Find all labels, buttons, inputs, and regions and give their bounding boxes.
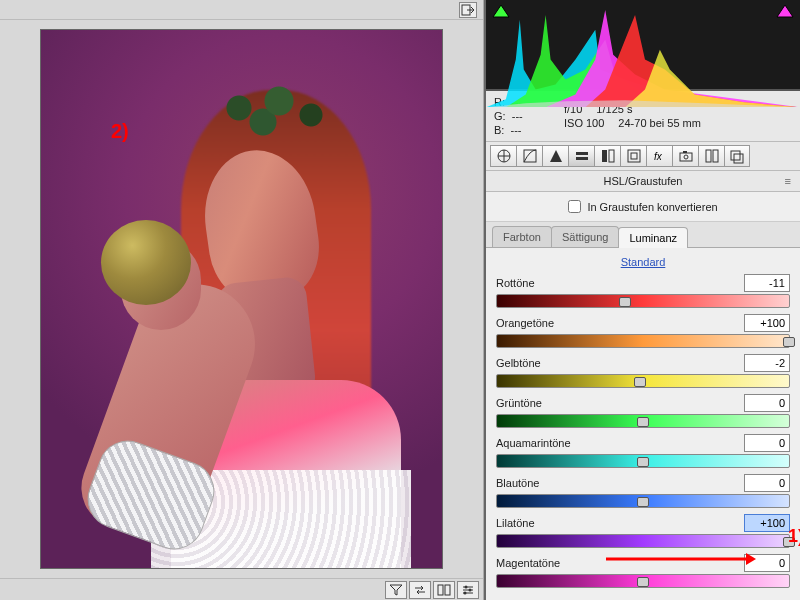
svg-rect-21 bbox=[706, 150, 711, 162]
slider-greens: Grüntöne bbox=[496, 394, 790, 428]
swap-icon[interactable] bbox=[409, 581, 431, 599]
slider-value-input[interactable] bbox=[744, 434, 790, 452]
presets-icon[interactable] bbox=[698, 145, 724, 167]
sliders-group: Standard RottöneOrangetöneGelbtöneGrüntö… bbox=[486, 248, 800, 600]
svg-rect-12 bbox=[576, 157, 588, 160]
svg-rect-20 bbox=[683, 151, 687, 153]
histogram[interactable] bbox=[486, 0, 800, 91]
svg-rect-2 bbox=[445, 585, 450, 595]
snapshots-icon[interactable] bbox=[724, 145, 750, 167]
slider-track[interactable] bbox=[496, 374, 790, 388]
iso-value: ISO 100 bbox=[564, 117, 604, 129]
slider-track[interactable] bbox=[496, 334, 790, 348]
slider-yellows: Gelbtöne bbox=[496, 354, 790, 388]
slider-track[interactable] bbox=[496, 414, 790, 428]
slider-label: Orangetöne bbox=[496, 317, 554, 329]
svg-rect-13 bbox=[602, 150, 607, 162]
slider-thumb[interactable] bbox=[619, 297, 631, 307]
svg-marker-10 bbox=[550, 150, 562, 162]
svg-rect-18 bbox=[680, 153, 692, 161]
panel-toolbar: fx bbox=[486, 142, 800, 171]
svg-rect-15 bbox=[628, 150, 640, 162]
basic-icon[interactable] bbox=[490, 145, 516, 167]
svg-rect-24 bbox=[734, 154, 743, 163]
slider-thumb[interactable] bbox=[637, 457, 649, 467]
slider-value-input[interactable] bbox=[744, 514, 790, 532]
svg-rect-9 bbox=[524, 150, 536, 162]
svg-marker-7 bbox=[777, 5, 793, 17]
slider-value-input[interactable] bbox=[744, 314, 790, 332]
highlight-clip-icon[interactable] bbox=[776, 4, 794, 18]
slider-blues: Blautöne bbox=[496, 474, 790, 508]
side-panel: R: --- G: --- B: --- f/101/125 s ISO 100… bbox=[484, 0, 800, 600]
slider-label: Magentatöne bbox=[496, 557, 560, 569]
panel-menu-icon[interactable]: ≡ bbox=[785, 175, 792, 187]
grayscale-checkbox[interactable]: In Graustufen konvertieren bbox=[568, 200, 717, 213]
tab-hue[interactable]: Farbton bbox=[492, 226, 552, 247]
slider-label: Blautöne bbox=[496, 477, 539, 489]
shadow-clip-icon[interactable] bbox=[492, 4, 510, 18]
adjust-icon[interactable] bbox=[457, 581, 479, 599]
image-preview[interactable]: 2) bbox=[40, 29, 443, 569]
slider-value-input[interactable] bbox=[744, 394, 790, 412]
detail-icon[interactable] bbox=[542, 145, 568, 167]
slider-label: Grüntöne bbox=[496, 397, 542, 409]
slider-thumb[interactable] bbox=[783, 337, 795, 347]
annotation-2: 2) bbox=[111, 120, 129, 143]
compare-icon[interactable] bbox=[433, 581, 455, 599]
slider-purples: Lilatöne bbox=[496, 514, 790, 548]
lens-value: 24-70 bei 55 mm bbox=[618, 117, 701, 129]
annotation-1: 1) bbox=[788, 526, 800, 547]
camera-cal-icon[interactable] bbox=[672, 145, 698, 167]
svg-rect-11 bbox=[576, 152, 588, 155]
slider-track[interactable] bbox=[496, 294, 790, 308]
annotation-arrow bbox=[606, 552, 756, 568]
export-button[interactable] bbox=[459, 2, 477, 18]
hsl-tabs: Farbton Sättigung Luminanz bbox=[486, 222, 800, 248]
default-link[interactable]: Standard bbox=[621, 256, 666, 268]
slider-label: Gelbtöne bbox=[496, 357, 541, 369]
slider-value-input[interactable] bbox=[744, 354, 790, 372]
slider-value-input[interactable] bbox=[744, 274, 790, 292]
slider-label: Lilatöne bbox=[496, 517, 535, 529]
slider-value-input[interactable] bbox=[744, 474, 790, 492]
panel-title: HSL/Graustufen ≡ bbox=[486, 171, 800, 192]
slider-oranges: Orangetöne bbox=[496, 314, 790, 348]
svg-point-19 bbox=[684, 155, 688, 159]
slider-thumb[interactable] bbox=[634, 377, 646, 387]
tab-saturation[interactable]: Sättigung bbox=[551, 226, 619, 247]
tab-luminance[interactable]: Luminanz bbox=[618, 227, 688, 248]
lens-icon[interactable] bbox=[620, 145, 646, 167]
svg-rect-16 bbox=[631, 153, 637, 159]
slider-thumb[interactable] bbox=[637, 417, 649, 427]
split-tone-icon[interactable] bbox=[594, 145, 620, 167]
fx-icon[interactable]: fx bbox=[646, 145, 672, 167]
svg-text:fx: fx bbox=[654, 151, 663, 162]
svg-rect-14 bbox=[609, 150, 614, 162]
grayscale-label: In Graustufen konvertieren bbox=[587, 201, 717, 213]
filter-icon[interactable] bbox=[385, 581, 407, 599]
slider-track[interactable] bbox=[496, 454, 790, 468]
preview-pane: 2) bbox=[0, 0, 484, 600]
slider-track[interactable] bbox=[496, 494, 790, 508]
svg-rect-1 bbox=[438, 585, 443, 595]
slider-thumb[interactable] bbox=[637, 497, 649, 507]
svg-point-3 bbox=[465, 586, 468, 589]
svg-point-4 bbox=[469, 589, 472, 592]
slider-thumb[interactable] bbox=[637, 577, 649, 587]
svg-point-5 bbox=[464, 592, 467, 595]
svg-marker-6 bbox=[493, 5, 509, 17]
hsl-icon[interactable] bbox=[568, 145, 594, 167]
svg-marker-26 bbox=[746, 553, 756, 565]
svg-rect-23 bbox=[731, 151, 740, 160]
slider-track[interactable] bbox=[496, 574, 790, 588]
svg-rect-22 bbox=[713, 150, 718, 162]
slider-aquas: Aquamarintöne bbox=[496, 434, 790, 468]
slider-reds: Rottöne bbox=[496, 274, 790, 308]
tone-curve-icon[interactable] bbox=[516, 145, 542, 167]
slider-label: Rottöne bbox=[496, 277, 535, 289]
slider-label: Aquamarintöne bbox=[496, 437, 571, 449]
slider-track[interactable] bbox=[496, 534, 790, 548]
